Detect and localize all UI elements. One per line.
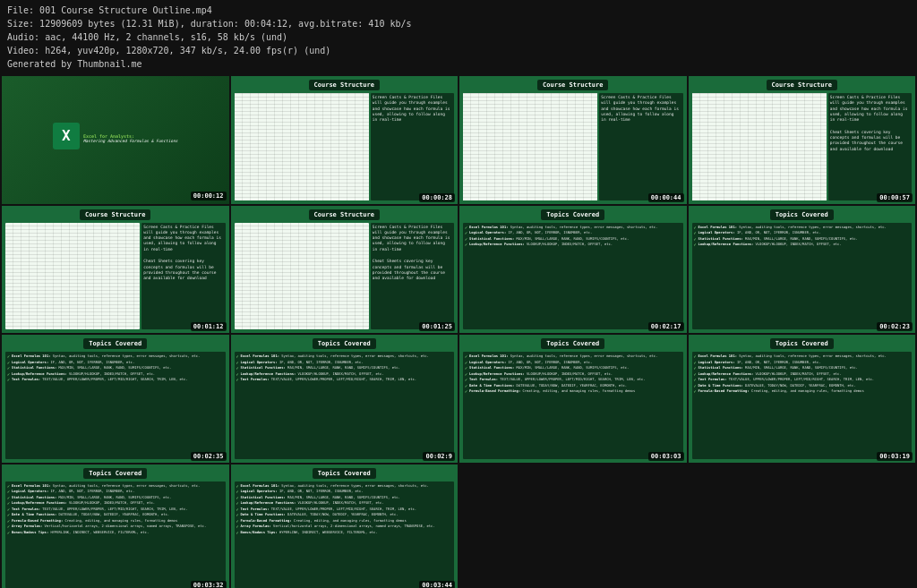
thumbnail-14[interactable]: Topics Covered ✓ Excel Formulas 101: Syn…: [231, 464, 458, 588]
thumb-title-7: Topics Covered: [541, 209, 604, 220]
topics-panel-10: ✓ Excel Formulas 101: Syntax, auditing t…: [235, 352, 455, 459]
thumbnail-3[interactable]: Course Structure Screen Casts & Practice…: [459, 76, 687, 204]
timestamp-8: 00:02:23: [877, 322, 913, 331]
timestamp-6: 00:01:25: [419, 322, 455, 331]
file-info-panel: File: 001 Course Structure Outline.mp4 S…: [0, 0, 917, 74]
thumbnail-4[interactable]: Course Structure Screen Casts & Practice…: [689, 76, 916, 204]
thumb-title-6: Course Structure: [309, 209, 380, 220]
thumb-title-5: Course Structure: [80, 209, 150, 220]
thumbnail-11[interactable]: Topics Covered ✓ Excel Formulas 101: Syn…: [459, 335, 687, 463]
timestamp-3: 00:00:44: [648, 193, 684, 202]
timestamp-7: 00:02:17: [648, 322, 684, 331]
thumb-title-13: Topics Covered: [83, 468, 147, 479]
thumb-title-11: Topics Covered: [541, 338, 604, 349]
thumb-title-8: Topics Covered: [770, 209, 834, 220]
topics-panel-9: ✓ Excel Formulas 101: Syntax, auditing t…: [5, 352, 226, 459]
thumb-title-14: Topics Covered: [313, 468, 376, 479]
thumbnail-grid: X Excel for Analysts: Mastering Advanced…: [0, 74, 917, 588]
thumb-title-12: Topics Covered: [770, 338, 834, 349]
thumbnail-9[interactable]: Topics Covered ✓ Excel Formulas 101: Syn…: [2, 335, 229, 463]
timestamp-1: 00:00:12: [191, 192, 227, 200]
thumbnail-13[interactable]: Topics Covered ✓ Excel Formulas 101: Syn…: [2, 464, 229, 588]
thumbnail-6[interactable]: Course Structure Screen Casts & Practice…: [231, 206, 458, 334]
title-chart-subtitle: Mastering Advanced Formulas & Functions: [83, 139, 178, 143]
timestamp-11: 00:03:03: [648, 452, 684, 461]
timestamp-9: 00:02:35: [191, 452, 227, 461]
thumbnail-5[interactable]: Course Structure Screen Casts & Practice…: [2, 206, 229, 334]
excel-logo: X: [53, 123, 80, 149]
thumbnail-7[interactable]: Topics Covered ✓ Excel Formulas 101: Syn…: [459, 206, 687, 334]
topics-panel-7: ✓ Excel Formulas 101: Syntax, auditing t…: [463, 223, 683, 330]
timestamp-12: 00:03:19: [877, 452, 913, 461]
thumb-text-6: Screen Casts & Practice Files will guide…: [371, 223, 454, 330]
timestamp-5: 00:01:12: [191, 322, 227, 331]
thumb-text-5: Screen Casts & Practice Files will guide…: [141, 223, 225, 330]
topics-panel-11: ✓ Excel Formulas 101: Syntax, auditing t…: [463, 352, 683, 459]
topics-panel-14: ✓ Excel Formulas 101: Syntax, auditing t…: [235, 481, 455, 588]
thumb-text-4: Screen Casts & Practice Files will guide…: [828, 93, 912, 200]
thumb-title-3: Course Structure: [537, 80, 608, 90]
thumb-title-2: Course Structure: [309, 80, 380, 90]
timestamp-13: 00:03:32: [191, 581, 227, 588]
file-info-line5: Generated by Thumbnail.me: [7, 57, 910, 71]
thumbnail-8[interactable]: Topics Covered ✓ Excel Formulas 101: Syn…: [689, 206, 916, 334]
thumb-text-3: Screen Casts & Practice Files will guide…: [599, 93, 682, 200]
file-info-line1: File: 001 Course Structure Outline.mp4: [7, 4, 910, 17]
file-info-line2: Size: 12909609 bytes (12.31 MiB), durati…: [7, 17, 910, 30]
thumbnail-10[interactable]: Topics Covered ✓ Excel Formulas 101: Syn…: [231, 335, 458, 463]
file-info-line4: Video: h264, yuv420p, 1280x720, 347 kb/s…: [7, 44, 910, 57]
file-info-line3: Audio: aac, 44100 Hz, 2 channels, s16, 5…: [7, 30, 910, 44]
thumb-title-10: Topics Covered: [313, 338, 376, 349]
topics-panel-13: ✓ Excel Formulas 101: Syntax, auditing t…: [5, 481, 226, 588]
topics-panel-8: ✓ Excel Formulas 101: Syntax, auditing t…: [692, 223, 913, 330]
timestamp-10: 00:02:9: [423, 452, 455, 461]
timestamp-2: 00:00:28: [419, 193, 455, 202]
thumbnail-2[interactable]: Course Structure Screen Casts & Practice…: [231, 76, 458, 204]
topics-panel-12: ✓ Excel Formulas 101: Syntax, auditing t…: [692, 352, 913, 459]
thumb-title-4: Course Structure: [767, 80, 837, 90]
thumb-title-9: Topics Covered: [83, 338, 147, 349]
thumbnail-12[interactable]: Topics Covered ✓ Excel Formulas 101: Syn…: [689, 335, 916, 463]
thumbnail-1[interactable]: X Excel for Analysts: Mastering Advanced…: [2, 76, 229, 204]
timestamp-14: 00:03:44: [419, 581, 455, 588]
timestamp-4: 00:00:57: [877, 193, 913, 202]
thumb-text-2: Screen Casts & Practice Files will guide…: [371, 93, 454, 200]
